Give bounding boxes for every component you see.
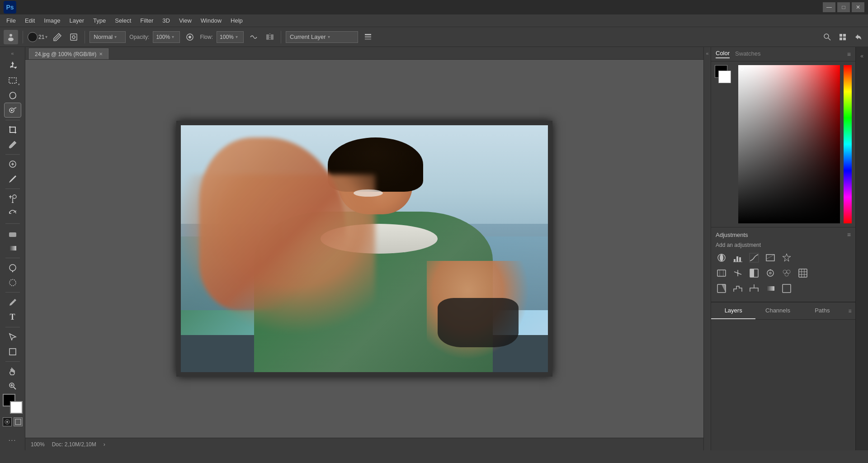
color-tab[interactable]: Color (716, 50, 730, 58)
clone-source-icon[interactable] (67, 31, 80, 43)
eraser-tool-btn[interactable] (5, 227, 21, 241)
opacity-value[interactable]: 100% ▾ (153, 31, 180, 43)
marquee-tool-btn[interactable]: ▾ (5, 74, 21, 88)
blend-mode-dropdown[interactable]: Normal ▾ (90, 31, 126, 43)
far-right-expand[interactable]: « (857, 51, 868, 61)
shape-tool-btn[interactable] (5, 345, 21, 359)
flow-value[interactable]: 100% ▾ (217, 31, 244, 43)
screen-mode-btn[interactable] (14, 417, 23, 426)
color-lookup-icon[interactable] (797, 267, 809, 279)
tool-sep-3 (5, 189, 20, 189)
right-collapse-btn[interactable]: « (706, 51, 708, 56)
channel-mixer-icon[interactable] (781, 267, 793, 279)
background-swatch[interactable] (10, 401, 23, 414)
adjustments-panel: Adjustments ≡ Add an adjustment (711, 227, 855, 302)
document-tab-title: 24.jpg @ 100% (RGB/8#) (35, 51, 96, 57)
color-gradient-picker[interactable] (738, 65, 840, 223)
quick-mask-btn[interactable] (3, 417, 12, 426)
minimize-button[interactable]: — (823, 2, 835, 12)
smoothing-icon[interactable] (247, 31, 260, 43)
separator-1 (23, 31, 23, 43)
selective-color-icon[interactable] (781, 283, 793, 294)
vibrance-icon[interactable] (781, 252, 793, 264)
menu-layer[interactable]: Layer (65, 15, 89, 26)
lasso-tool-btn[interactable] (5, 88, 21, 102)
mini-bg-swatch[interactable] (718, 71, 731, 83)
path-select-btn[interactable] (5, 330, 21, 344)
swatches-tab[interactable]: Swatches (735, 50, 760, 58)
zoom-tool-btn[interactable] (5, 379, 21, 393)
status-arrow[interactable]: › (104, 441, 105, 448)
levels-icon[interactable] (732, 252, 744, 264)
gradient-map-icon[interactable] (764, 283, 776, 294)
sample-all-layers-icon[interactable] (362, 31, 374, 43)
dodge-tool-btn[interactable] (5, 261, 21, 275)
photo-filter-icon[interactable] (764, 267, 776, 279)
more-tools-btn[interactable]: ··· (5, 433, 21, 447)
tool-options-icon[interactable] (4, 30, 18, 44)
clone-stamp-btn[interactable] (5, 192, 21, 206)
title-bar-left: Ps (4, 1, 16, 14)
symmetry-icon[interactable] (264, 31, 276, 43)
adjustments-menu[interactable]: ≡ (847, 231, 851, 238)
svg-rect-16 (840, 38, 842, 40)
toolbar-expand[interactable]: « (11, 51, 14, 56)
exposure-icon[interactable] (764, 252, 776, 264)
sample-dropdown[interactable]: Current Layer ▾ (286, 31, 358, 43)
invert-icon[interactable] (716, 283, 727, 294)
menu-file[interactable]: File (2, 15, 20, 26)
brush-size-control[interactable]: 21 ▾ (28, 32, 47, 42)
color-balance-icon[interactable] (732, 267, 744, 279)
menu-window[interactable]: Window (196, 15, 226, 26)
crop-tool-btn[interactable] (5, 123, 21, 137)
eyedropper-tool-btn[interactable] (5, 137, 21, 151)
history-brush-btn[interactable] (5, 207, 21, 221)
workspace-icon[interactable] (836, 31, 849, 43)
menu-edit[interactable]: Edit (20, 15, 39, 26)
healing-brush-btn[interactable] (5, 157, 21, 171)
close-button[interactable]: ✕ (852, 2, 864, 12)
curves-icon[interactable] (748, 252, 760, 264)
blur-tool-btn[interactable] (5, 276, 21, 290)
hand-tool-btn[interactable] (5, 364, 21, 378)
move-tool-btn[interactable] (5, 59, 21, 73)
share-icon[interactable] (852, 31, 864, 43)
menu-select[interactable]: Select (110, 15, 136, 26)
black-white-icon[interactable] (748, 267, 760, 279)
paths-tab[interactable]: Paths (800, 302, 844, 319)
menu-filter[interactable]: Filter (136, 15, 158, 26)
threshold-icon[interactable] (748, 283, 760, 294)
layers-panel-menu[interactable]: ≡ (844, 302, 855, 319)
document-tab-close[interactable]: ✕ (99, 52, 103, 57)
brightness-contrast-icon[interactable] (716, 252, 727, 264)
menu-help[interactable]: Help (226, 15, 247, 26)
brush-tool-btn[interactable] (5, 172, 21, 186)
channels-tab[interactable]: Channels (755, 302, 800, 319)
document-tab[interactable]: 24.jpg @ 100% (RGB/8#) ✕ (29, 48, 108, 59)
canvas-viewport[interactable] (25, 60, 703, 438)
brush-chevron: ▾ (45, 34, 47, 39)
menu-3d[interactable]: 3D (158, 15, 175, 26)
zoom-level: 100% (31, 441, 45, 448)
svg-point-57 (783, 270, 787, 274)
adj-icons-row-2 (716, 267, 851, 279)
quick-select-tool-btn[interactable] (5, 103, 21, 117)
menu-image[interactable]: Image (39, 15, 65, 26)
svg-rect-46 (717, 270, 726, 276)
brush-mode-icon[interactable] (51, 31, 64, 43)
color-panel-menu[interactable]: ≡ (847, 51, 851, 58)
gradient-tool-btn[interactable] (5, 241, 21, 255)
type-tool-btn[interactable]: T (5, 310, 21, 324)
airbrush-icon[interactable] (184, 31, 196, 43)
search-icon[interactable] (821, 31, 834, 43)
hue-strip[interactable] (844, 65, 852, 223)
hue-saturation-icon[interactable] (716, 267, 727, 279)
layers-tab[interactable]: Layers (711, 302, 755, 319)
posterize-icon[interactable] (732, 283, 744, 294)
canvas-image[interactable] (181, 125, 548, 372)
maximize-button[interactable]: □ (837, 2, 850, 12)
pen-tool-btn[interactable] (5, 295, 21, 309)
menu-type[interactable]: Type (89, 15, 110, 26)
color-swatches-toolbar (3, 394, 23, 430)
menu-view[interactable]: View (175, 15, 196, 26)
